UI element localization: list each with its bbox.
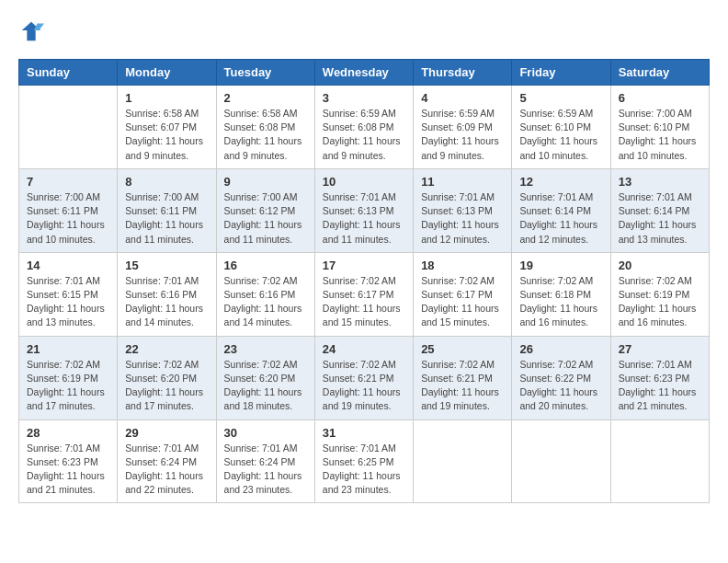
day-info: Sunrise: 6:58 AMSunset: 6:07 PMDaylight:… xyxy=(125,107,208,163)
day-number: 18 xyxy=(421,259,504,272)
day-number: 31 xyxy=(323,426,405,440)
day-number: 29 xyxy=(125,426,208,440)
day-info: Sunrise: 7:01 AMSunset: 6:24 PMDaylight:… xyxy=(125,442,208,498)
day-number: 23 xyxy=(224,342,307,356)
calendar-cell: 20Sunrise: 7:02 AMSunset: 6:19 PMDayligh… xyxy=(610,252,709,336)
day-info: Sunrise: 7:01 AMSunset: 6:15 PMDaylight:… xyxy=(27,274,109,330)
calendar-cell: 13Sunrise: 7:01 AMSunset: 6:14 PMDayligh… xyxy=(610,168,709,252)
calendar-cell: 19Sunrise: 7:02 AMSunset: 6:18 PMDayligh… xyxy=(512,252,610,336)
weekday-header-monday: Monday xyxy=(118,60,216,86)
calendar-week-row: 14Sunrise: 7:01 AMSunset: 6:15 PMDayligh… xyxy=(19,252,710,336)
calendar-cell: 7Sunrise: 7:00 AMSunset: 6:11 PMDaylight… xyxy=(19,168,118,252)
day-info: Sunrise: 7:02 AMSunset: 6:20 PMDaylight:… xyxy=(125,358,208,414)
day-number: 26 xyxy=(519,342,602,356)
calendar-week-row: 1Sunrise: 6:58 AMSunset: 6:07 PMDaylight… xyxy=(19,86,710,169)
calendar-cell: 31Sunrise: 7:01 AMSunset: 6:25 PMDayligh… xyxy=(314,419,413,503)
weekday-header-sunday: Sunday xyxy=(19,60,118,86)
day-info: Sunrise: 7:01 AMSunset: 6:13 PMDaylight:… xyxy=(421,190,504,247)
day-number: 6 xyxy=(619,91,701,105)
calendar-cell: 27Sunrise: 7:01 AMSunset: 6:23 PMDayligh… xyxy=(610,336,709,419)
calendar-cell: 23Sunrise: 7:02 AMSunset: 6:20 PMDayligh… xyxy=(216,336,314,419)
day-number: 2 xyxy=(224,91,307,105)
day-info: Sunrise: 7:01 AMSunset: 6:25 PMDaylight:… xyxy=(323,442,405,498)
day-number: 7 xyxy=(27,175,109,189)
calendar-cell xyxy=(414,419,512,503)
day-info: Sunrise: 7:00 AMSunset: 6:11 PMDaylight:… xyxy=(27,190,109,247)
day-info: Sunrise: 7:02 AMSunset: 6:21 PMDaylight:… xyxy=(421,358,504,414)
day-info: Sunrise: 6:58 AMSunset: 6:08 PMDaylight:… xyxy=(224,107,307,163)
day-info: Sunrise: 7:01 AMSunset: 6:14 PMDaylight:… xyxy=(619,190,701,247)
calendar-cell: 2Sunrise: 6:58 AMSunset: 6:08 PMDaylight… xyxy=(216,86,314,169)
day-number: 9 xyxy=(224,175,307,189)
calendar-cell: 10Sunrise: 7:01 AMSunset: 6:13 PMDayligh… xyxy=(314,168,413,252)
day-info: Sunrise: 7:00 AMSunset: 6:10 PMDaylight:… xyxy=(619,107,701,163)
calendar-week-row: 28Sunrise: 7:01 AMSunset: 6:23 PMDayligh… xyxy=(19,419,710,503)
weekday-header-wednesday: Wednesday xyxy=(314,60,413,86)
calendar-cell: 22Sunrise: 7:02 AMSunset: 6:20 PMDayligh… xyxy=(118,336,216,419)
day-info: Sunrise: 7:02 AMSunset: 6:21 PMDaylight:… xyxy=(323,358,405,414)
day-number: 17 xyxy=(323,259,405,272)
calendar-cell: 21Sunrise: 7:02 AMSunset: 6:19 PMDayligh… xyxy=(19,336,118,419)
weekday-header-tuesday: Tuesday xyxy=(216,60,314,86)
calendar-cell: 12Sunrise: 7:01 AMSunset: 6:14 PMDayligh… xyxy=(512,168,610,252)
day-number: 4 xyxy=(421,91,504,105)
calendar-cell: 9Sunrise: 7:00 AMSunset: 6:12 PMDaylight… xyxy=(216,168,314,252)
calendar-cell: 26Sunrise: 7:02 AMSunset: 6:22 PMDayligh… xyxy=(512,336,610,419)
day-info: Sunrise: 6:59 AMSunset: 6:08 PMDaylight:… xyxy=(323,107,405,163)
calendar-cell: 24Sunrise: 7:02 AMSunset: 6:21 PMDayligh… xyxy=(314,336,413,419)
calendar-cell: 17Sunrise: 7:02 AMSunset: 6:17 PMDayligh… xyxy=(314,252,413,336)
day-info: Sunrise: 7:02 AMSunset: 6:22 PMDaylight:… xyxy=(519,358,602,414)
weekday-header-thursday: Thursday xyxy=(414,60,512,86)
day-number: 10 xyxy=(323,175,405,189)
calendar-cell: 25Sunrise: 7:02 AMSunset: 6:21 PMDayligh… xyxy=(414,336,512,419)
calendar-cell xyxy=(610,419,709,503)
day-info: Sunrise: 7:02 AMSunset: 6:17 PMDaylight:… xyxy=(323,274,405,330)
day-number: 28 xyxy=(27,426,109,440)
calendar-cell: 4Sunrise: 6:59 AMSunset: 6:09 PMDaylight… xyxy=(414,86,512,169)
calendar-cell: 16Sunrise: 7:02 AMSunset: 6:16 PMDayligh… xyxy=(216,252,314,336)
logo xyxy=(18,18,48,44)
day-number: 22 xyxy=(125,342,208,356)
day-info: Sunrise: 7:01 AMSunset: 6:14 PMDaylight:… xyxy=(519,190,602,247)
calendar-week-row: 21Sunrise: 7:02 AMSunset: 6:19 PMDayligh… xyxy=(19,336,710,419)
day-number: 15 xyxy=(125,259,208,272)
day-info: Sunrise: 7:01 AMSunset: 6:23 PMDaylight:… xyxy=(27,442,109,498)
day-info: Sunrise: 7:01 AMSunset: 6:13 PMDaylight:… xyxy=(323,190,405,247)
weekday-header-saturday: Saturday xyxy=(610,60,709,86)
calendar-cell: 15Sunrise: 7:01 AMSunset: 6:16 PMDayligh… xyxy=(118,252,216,336)
day-number: 27 xyxy=(619,342,701,356)
logo-icon xyxy=(18,18,44,44)
day-info: Sunrise: 6:59 AMSunset: 6:09 PMDaylight:… xyxy=(421,107,504,163)
day-number: 5 xyxy=(519,91,602,105)
day-info: Sunrise: 7:02 AMSunset: 6:19 PMDaylight:… xyxy=(619,274,701,330)
day-number: 21 xyxy=(27,342,109,356)
calendar-cell: 6Sunrise: 7:00 AMSunset: 6:10 PMDaylight… xyxy=(610,86,709,169)
day-info: Sunrise: 7:00 AMSunset: 6:12 PMDaylight:… xyxy=(224,190,307,247)
day-info: Sunrise: 7:00 AMSunset: 6:11 PMDaylight:… xyxy=(125,190,208,247)
day-number: 19 xyxy=(519,259,602,272)
day-info: Sunrise: 7:02 AMSunset: 6:17 PMDaylight:… xyxy=(421,274,504,330)
calendar-cell: 11Sunrise: 7:01 AMSunset: 6:13 PMDayligh… xyxy=(414,168,512,252)
day-number: 3 xyxy=(323,91,405,105)
day-info: Sunrise: 7:02 AMSunset: 6:20 PMDaylight:… xyxy=(224,358,307,414)
day-number: 30 xyxy=(224,426,307,440)
day-number: 12 xyxy=(519,175,602,189)
day-info: Sunrise: 7:02 AMSunset: 6:19 PMDaylight:… xyxy=(27,358,109,414)
calendar-cell: 14Sunrise: 7:01 AMSunset: 6:15 PMDayligh… xyxy=(19,252,118,336)
calendar-cell: 1Sunrise: 6:58 AMSunset: 6:07 PMDaylight… xyxy=(118,86,216,169)
day-info: Sunrise: 7:01 AMSunset: 6:23 PMDaylight:… xyxy=(619,358,701,414)
day-number: 11 xyxy=(421,175,504,189)
calendar-cell: 28Sunrise: 7:01 AMSunset: 6:23 PMDayligh… xyxy=(19,419,118,503)
day-number: 14 xyxy=(27,259,109,272)
day-number: 8 xyxy=(125,175,208,189)
weekday-header-row: SundayMondayTuesdayWednesdayThursdayFrid… xyxy=(19,60,710,86)
day-info: Sunrise: 7:02 AMSunset: 6:16 PMDaylight:… xyxy=(224,274,307,330)
calendar-cell xyxy=(512,419,610,503)
day-number: 25 xyxy=(421,342,504,356)
day-info: Sunrise: 7:01 AMSunset: 6:24 PMDaylight:… xyxy=(224,442,307,498)
day-info: Sunrise: 7:01 AMSunset: 6:16 PMDaylight:… xyxy=(125,274,208,330)
calendar-table: SundayMondayTuesdayWednesdayThursdayFrid… xyxy=(18,59,710,503)
calendar-cell: 18Sunrise: 7:02 AMSunset: 6:17 PMDayligh… xyxy=(414,252,512,336)
day-number: 1 xyxy=(125,91,208,105)
day-number: 13 xyxy=(619,175,701,189)
